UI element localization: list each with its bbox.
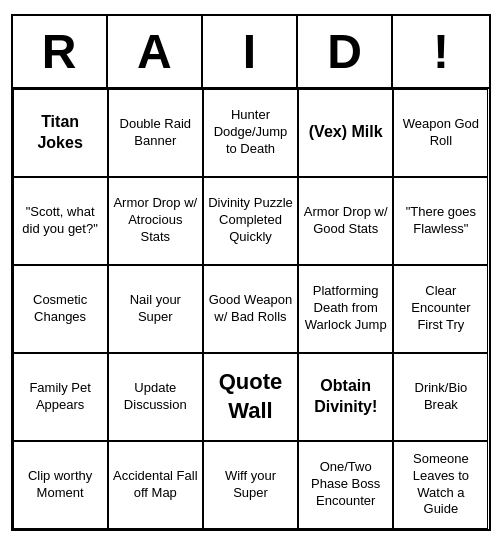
- cell-3-0[interactable]: Family Pet Appears: [13, 353, 108, 441]
- bingo-card: RAID! Titan JokesDouble Raid BannerHunte…: [11, 14, 491, 531]
- cell-2-0[interactable]: Cosmetic Changes: [13, 265, 108, 353]
- cell-4-3[interactable]: One/Two Phase Boss Encounter: [298, 441, 393, 529]
- header-letter-A: A: [108, 16, 203, 87]
- cell-4-0[interactable]: Clip worthy Moment: [13, 441, 108, 529]
- header-letter-!: !: [393, 16, 488, 87]
- cell-2-1[interactable]: Nail your Super: [108, 265, 203, 353]
- cell-3-2[interactable]: Quote Wall: [203, 353, 298, 441]
- cell-0-3[interactable]: (Vex) Milk: [298, 89, 393, 177]
- bingo-header: RAID!: [13, 16, 489, 89]
- cell-1-0[interactable]: "Scott, what did you get?": [13, 177, 108, 265]
- header-letter-R: R: [13, 16, 108, 87]
- cell-2-4[interactable]: Clear Encounter First Try: [393, 265, 488, 353]
- cell-3-1[interactable]: Update Discussion: [108, 353, 203, 441]
- cell-1-2[interactable]: Divinity Puzzle Completed Quickly: [203, 177, 298, 265]
- cell-1-1[interactable]: Armor Drop w/ Atrocious Stats: [108, 177, 203, 265]
- cell-2-3[interactable]: Platforming Death from Warlock Jump: [298, 265, 393, 353]
- cell-0-2[interactable]: Hunter Dodge/Jump to Death: [203, 89, 298, 177]
- header-letter-I: I: [203, 16, 298, 87]
- cell-1-4[interactable]: "There goes Flawless": [393, 177, 488, 265]
- cell-3-4[interactable]: Drink/Bio Break: [393, 353, 488, 441]
- cell-1-3[interactable]: Armor Drop w/ Good Stats: [298, 177, 393, 265]
- header-letter-D: D: [298, 16, 393, 87]
- cell-4-1[interactable]: Accidental Fall off Map: [108, 441, 203, 529]
- bingo-grid: Titan JokesDouble Raid BannerHunter Dodg…: [13, 89, 489, 529]
- cell-2-2[interactable]: Good Weapon w/ Bad Rolls: [203, 265, 298, 353]
- cell-0-4[interactable]: Weapon God Roll: [393, 89, 488, 177]
- cell-4-2[interactable]: Wiff your Super: [203, 441, 298, 529]
- cell-4-4[interactable]: Someone Leaves to Watch a Guide: [393, 441, 488, 529]
- cell-3-3[interactable]: Obtain Divinity!: [298, 353, 393, 441]
- cell-0-0[interactable]: Titan Jokes: [13, 89, 108, 177]
- cell-0-1[interactable]: Double Raid Banner: [108, 89, 203, 177]
